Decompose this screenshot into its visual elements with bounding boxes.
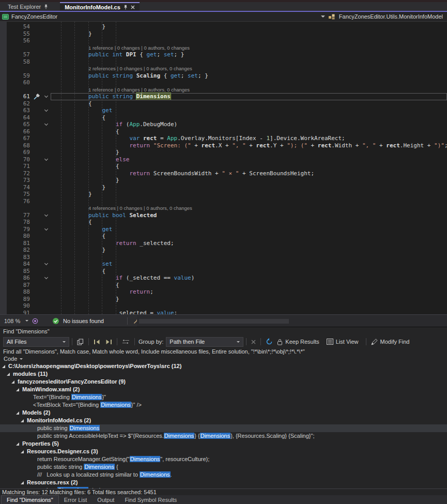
code-line[interactable]: 67 var rect = App.Overlay.Monitors[Index… [0,135,447,142]
code-line[interactable]: 78 { [0,219,447,226]
code-line[interactable]: 63 get [0,107,447,114]
member-dropdown[interactable]: FancyZonesEditor.Utils.MonitorInfoModel [339,13,443,20]
tree-match-row[interactable]: public static string Dimensions { [0,463,447,471]
horizontal-scrollbar[interactable] [137,315,447,327]
code-line[interactable]: 65 if (App.DebugMode) [0,121,447,128]
scope-dropdown[interactable]: All Files [3,337,69,347]
chevron-down-icon[interactable] [321,16,325,18]
code-line[interactable]: 54 } [0,23,447,30]
panel-tab-error-list[interactable]: Error List [59,495,93,504]
code-line[interactable]: 68 return "Screen: (" + rect.X + ", " + … [0,142,447,149]
refresh-search-button[interactable] [264,337,275,347]
fold-chevron-icon[interactable] [45,158,49,161]
code-line[interactable]: 60 [0,79,447,86]
code-line[interactable]: 86 if (_selected == value) [0,274,447,282]
tree-folder-row[interactable]: Models (2) [0,409,447,417]
tree-folder-row[interactable]: Resources.Designer.cs (3) [0,448,447,455]
health-indicator-icon[interactable] [32,318,38,324]
zoom-dropdown[interactable]: 108 % [0,318,29,324]
codelens-link[interactable]: 4 references | 0 changes | 0 authors, 0 … [88,205,192,212]
code-editor[interactable]: 54 }55 }561 reference | 0 changes | 0 au… [0,22,447,314]
codelens-link[interactable]: 1 reference | 0 changes | 0 authors, 0 c… [88,44,190,52]
tree-match-row[interactable]: return ResourceManager.GetString("Dimens… [0,455,447,463]
tree-folder-row[interactable]: MainWindow.xaml (2) [0,386,447,393]
tree-folder-row[interactable]: MonitorInfoModel.cs (2) [0,417,447,424]
next-result-button[interactable] [103,337,114,347]
code-line[interactable]: 76 [0,198,447,205]
pin-icon[interactable] [44,4,48,9]
panel-tab-output[interactable]: Output [92,495,119,504]
tree-folder-row[interactable]: C:\Users\zhaopengwang\Desktop\powertoys\… [0,362,447,370]
tree-folder-row[interactable]: Properties (5) [0,440,447,448]
list-view-button[interactable]: List View [325,337,361,347]
tree-folder-row[interactable]: modules (11) [0,370,447,378]
fold-chevron-icon[interactable] [45,276,49,280]
codelens-link[interactable]: 2 references | 0 changes | 0 authors, 0 … [88,65,192,72]
code-line[interactable]: 83 [0,254,447,261]
code-line[interactable]: 75 } [0,191,447,198]
expanded-triangle-icon[interactable] [21,450,24,453]
pin-icon[interactable] [124,5,128,10]
expanded-triangle-icon[interactable] [11,380,14,384]
codelens-link[interactable]: 1 reference | 0 changes | 0 authors, 0 c… [88,86,190,94]
code-line[interactable]: 89 } [0,296,447,303]
modify-find-button[interactable]: Modify Find [369,337,412,347]
fold-chevron-icon[interactable] [45,227,49,231]
code-line[interactable]: 88 return; [0,288,447,296]
project-dropdown[interactable]: FancyZonesEditor [0,13,57,20]
code-line[interactable]: 85 { [0,268,447,275]
code-line[interactable]: 64 { [0,114,447,121]
code-line[interactable]: 66 { [0,128,447,135]
tree-folder-row[interactable]: fancyzones\editor\FancyZonesEditor (9) [0,378,447,386]
search-options-button[interactable] [120,337,132,347]
expanded-triangle-icon[interactable] [7,373,10,376]
expanded-triangle-icon[interactable] [16,442,19,446]
code-line[interactable]: 82 } [0,247,447,254]
code-line[interactable]: 56 [0,37,447,44]
code-line[interactable]: 73 } [0,177,447,184]
code-line[interactable]: 70 else [0,156,447,163]
fold-chevron-icon[interactable] [45,109,49,112]
code-line[interactable]: 91 _selected = value; [0,310,447,315]
code-line[interactable]: 74 } [0,184,447,191]
panel-tab-find-symbol-results[interactable]: Find Symbol Results [119,495,182,504]
code-line[interactable]: 61 public string Dimensions [0,93,447,100]
expanded-triangle-icon[interactable] [21,481,24,484]
code-line[interactable]: 71 { [0,163,447,170]
code-line[interactable]: 58 [0,58,447,66]
code-line[interactable]: 81 return _selected; [0,240,447,247]
tab-test-explorer[interactable]: Test Explorer [3,2,53,11]
scrollbar-thumb[interactable] [139,319,289,324]
code-line[interactable]: 59 public string Scaling { get; set; } [0,72,447,80]
expanded-triangle-icon[interactable] [2,365,5,368]
code-line[interactable]: 84 set [0,261,447,268]
code-line[interactable]: 57 public int DPI { get; set; } [0,51,447,58]
quick-actions-screwdriver-icon[interactable] [33,94,41,100]
tab-monitorinfomodel[interactable]: MonitorInfoModel.cs [60,2,140,11]
code-line[interactable]: 90 [0,302,447,310]
copy-results-button[interactable] [75,337,86,347]
code-line[interactable]: 80 { [0,233,447,240]
code-line[interactable]: 62 { [0,100,447,108]
expanded-triangle-icon[interactable] [16,411,19,415]
fold-chevron-icon[interactable] [45,123,49,126]
tree-match-row[interactable]: /// Looks up a localized string similar … [0,471,447,479]
keep-results-toggle[interactable]: Keep Results [275,337,321,347]
expanded-triangle-icon[interactable] [16,388,19,391]
code-line[interactable]: 55 } [0,30,447,38]
tree-folder-row[interactable]: Resources.resx (2) [0,479,447,486]
code-line[interactable]: 77 public bool Selected [0,212,447,219]
previous-result-button[interactable] [91,337,103,347]
code-line[interactable]: 69 } [0,149,447,156]
expanded-triangle-icon[interactable] [21,419,24,422]
panel-tab-find-dimensions[interactable]: Find "Dimensions" [1,495,59,504]
fold-chevron-icon[interactable] [45,95,49,98]
issues-status[interactable]: No issues found [63,318,104,324]
stop-search-button[interactable] [249,337,258,347]
close-icon[interactable] [131,5,135,9]
tree-match-row[interactable]: public string AccessibleHelpText => $"{R… [0,432,447,440]
tree-match-row[interactable]: public string Dimensions [0,424,447,432]
code-line[interactable]: 87 { [0,282,447,289]
tree-match-row[interactable]: <TextBlock Text="{Binding Dimensions}" /… [0,401,447,409]
fold-chevron-icon[interactable] [45,213,49,217]
